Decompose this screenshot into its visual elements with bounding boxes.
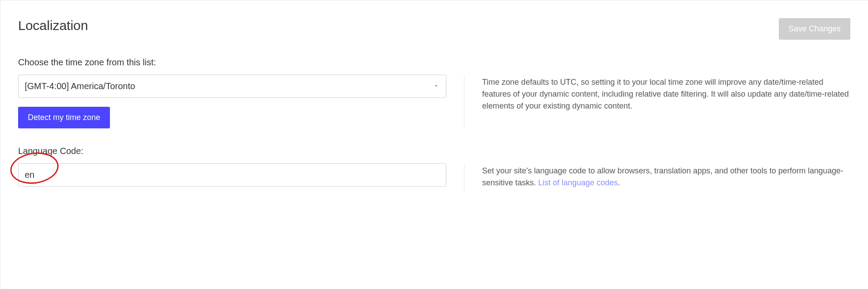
language-codes-link[interactable]: List of language codes	[538, 178, 618, 187]
language-controls	[18, 163, 446, 191]
save-changes-button[interactable]: Save Changes	[779, 18, 850, 40]
detect-timezone-button[interactable]: Detect my time zone	[18, 107, 110, 128]
language-help: Set your site's language code to allow b…	[464, 163, 850, 191]
timezone-controls: [GMT-4:00] America/Toronto Detect my tim…	[18, 75, 446, 128]
page-title: Localization	[18, 18, 88, 33]
language-code-input[interactable]	[18, 163, 446, 187]
language-row: Set your site's language code to allow b…	[18, 163, 850, 191]
timezone-label: Choose the time zone from this list:	[18, 57, 850, 68]
localization-panel: Localization Save Changes Choose the tim…	[0, 0, 868, 289]
language-code-label: Language Code:	[18, 146, 850, 156]
language-help-text: Set your site's language code to allow b…	[482, 166, 843, 187]
language-help-suffix: .	[618, 178, 620, 187]
header-row: Localization Save Changes	[18, 18, 850, 40]
language-section: Language Code: Set your site's language …	[18, 146, 850, 191]
timezone-section: Choose the time zone from this list: [GM…	[18, 57, 850, 128]
timezone-help: Time zone defaults to UTC, so setting it…	[464, 75, 850, 128]
timezone-select-wrap: [GMT-4:00] America/Toronto	[18, 75, 446, 98]
timezone-row: [GMT-4:00] America/Toronto Detect my tim…	[18, 75, 850, 128]
timezone-select[interactable]: [GMT-4:00] America/Toronto	[18, 75, 446, 98]
